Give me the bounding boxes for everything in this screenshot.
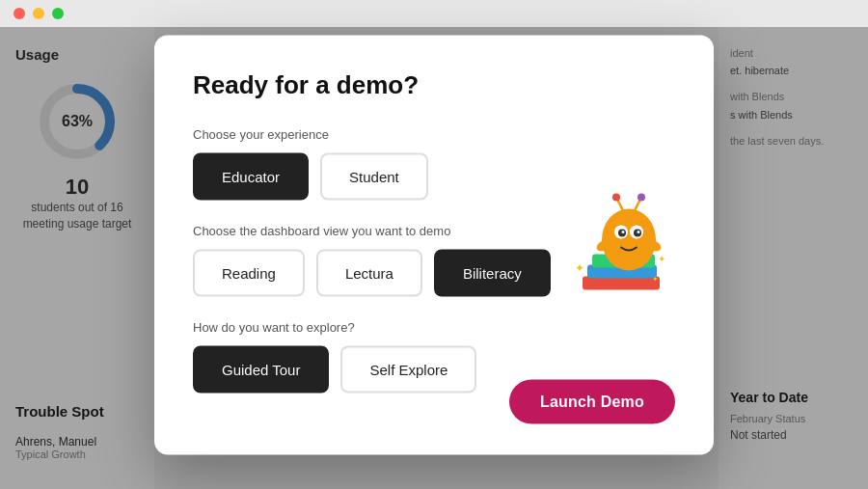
biliteracy-button[interactable]: Biliteracy bbox=[434, 249, 551, 296]
svg-text:✦: ✦ bbox=[575, 260, 584, 274]
minimize-dot[interactable] bbox=[33, 8, 44, 19]
mascot-illustration: ✦ ✦ ✦ bbox=[573, 189, 679, 314]
svg-text:✦: ✦ bbox=[658, 253, 665, 263]
svg-point-10 bbox=[622, 231, 625, 233]
self-explore-button[interactable]: Self Explore bbox=[340, 345, 476, 393]
svg-line-14 bbox=[635, 199, 640, 210]
guided-tour-button[interactable]: Guided Tour bbox=[193, 345, 329, 393]
lectura-button[interactable]: Lectura bbox=[316, 249, 422, 296]
close-dot[interactable] bbox=[14, 8, 25, 19]
svg-point-15 bbox=[637, 193, 645, 201]
demo-modal: Ready for a demo? Choose your experience… bbox=[154, 35, 714, 454]
svg-line-12 bbox=[617, 199, 623, 210]
svg-point-13 bbox=[612, 193, 620, 201]
launch-demo-button[interactable]: Launch Demo bbox=[509, 379, 675, 423]
explore-label: How do you want to explore? bbox=[193, 319, 675, 334]
reading-button[interactable]: Reading bbox=[193, 249, 305, 296]
window-chrome bbox=[0, 0, 868, 27]
maximize-dot[interactable] bbox=[52, 8, 64, 19]
educator-button[interactable]: Educator bbox=[193, 152, 309, 200]
svg-text:✦: ✦ bbox=[652, 274, 659, 283]
svg-rect-2 bbox=[583, 276, 660, 289]
modal-title: Ready for a demo? bbox=[193, 69, 675, 99]
svg-point-5 bbox=[602, 208, 656, 270]
student-button[interactable]: Student bbox=[320, 152, 428, 200]
svg-point-11 bbox=[637, 231, 640, 233]
experience-label: Choose your experience bbox=[193, 126, 675, 141]
